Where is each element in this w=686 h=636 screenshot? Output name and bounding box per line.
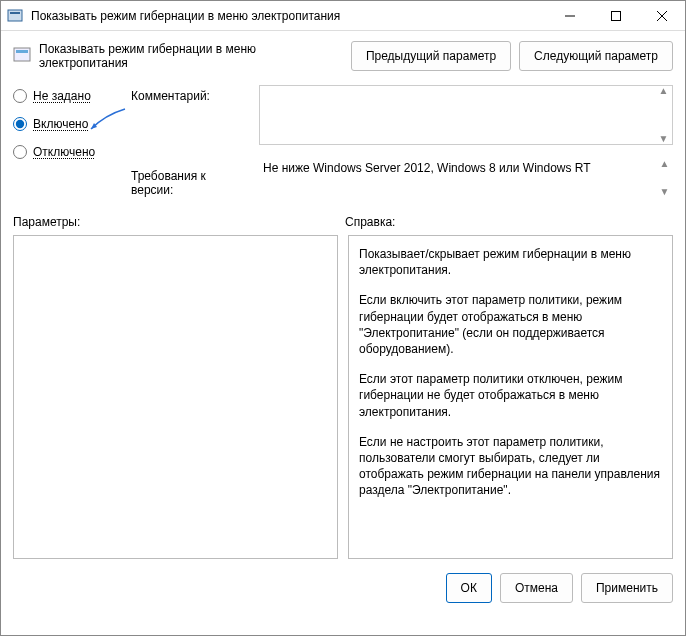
window-title: Показывать режим гибернации в меню элект… [29, 9, 547, 23]
ok-button[interactable]: ОК [446, 573, 492, 603]
radio-disabled-label[interactable]: Отключено [33, 145, 95, 159]
requirements-text: Не ниже Windows Server 2012, Windows 8 и… [259, 159, 673, 197]
scroll-up-icon[interactable]: ▲ [656, 159, 673, 169]
parameters-label: Параметры: [13, 215, 345, 229]
svg-rect-1 [10, 12, 20, 14]
app-icon [7, 8, 23, 24]
apply-button[interactable]: Применить [581, 573, 673, 603]
radio-enabled-label[interactable]: Включено [33, 117, 88, 131]
comment-label: Комментарий: [131, 85, 251, 103]
scroll-down-icon[interactable]: ▼ [655, 134, 672, 144]
minimize-button[interactable] [547, 1, 593, 31]
next-setting-button[interactable]: Следующий параметр [519, 41, 673, 71]
parameters-panel [13, 235, 338, 559]
radio-enabled[interactable] [13, 117, 27, 131]
help-paragraph: Показывает/скрывает режим гибернации в м… [359, 246, 662, 278]
radio-disabled[interactable] [13, 145, 27, 159]
requirements-label: Требования к версии: [131, 165, 251, 197]
help-paragraph: Если этот параметр политики отключен, ре… [359, 371, 662, 420]
previous-setting-button[interactable]: Предыдущий параметр [351, 41, 511, 71]
svg-rect-6 [14, 48, 30, 61]
help-panel: Показывает/скрывает режим гибернации в м… [348, 235, 673, 559]
svg-rect-0 [8, 10, 22, 21]
help-label: Справка: [345, 215, 395, 229]
comment-textarea[interactable]: ▲ ▼ [259, 85, 673, 145]
scroll-down-icon[interactable]: ▼ [656, 187, 673, 197]
policy-title: Показывать режим гибернации в меню элект… [39, 42, 343, 70]
dialog-footer: ОК Отмена Применить [1, 559, 685, 617]
svg-rect-3 [612, 11, 621, 20]
help-paragraph: Если не настроить этот параметр политики… [359, 434, 662, 499]
scroll-up-icon[interactable]: ▲ [655, 86, 672, 96]
radio-not-configured-label[interactable]: Не задано [33, 89, 91, 103]
policy-icon [13, 47, 31, 65]
close-button[interactable] [639, 1, 685, 31]
subheader: Показывать режим гибернации в меню элект… [1, 31, 685, 85]
help-paragraph: Если включить этот параметр политики, ре… [359, 292, 662, 357]
cancel-button[interactable]: Отмена [500, 573, 573, 603]
titlebar: Показывать режим гибернации в меню элект… [1, 1, 685, 31]
svg-rect-7 [16, 50, 28, 53]
state-radio-group: Не задано Включено Отключено [13, 85, 123, 197]
radio-not-configured[interactable] [13, 89, 27, 103]
maximize-button[interactable] [593, 1, 639, 31]
